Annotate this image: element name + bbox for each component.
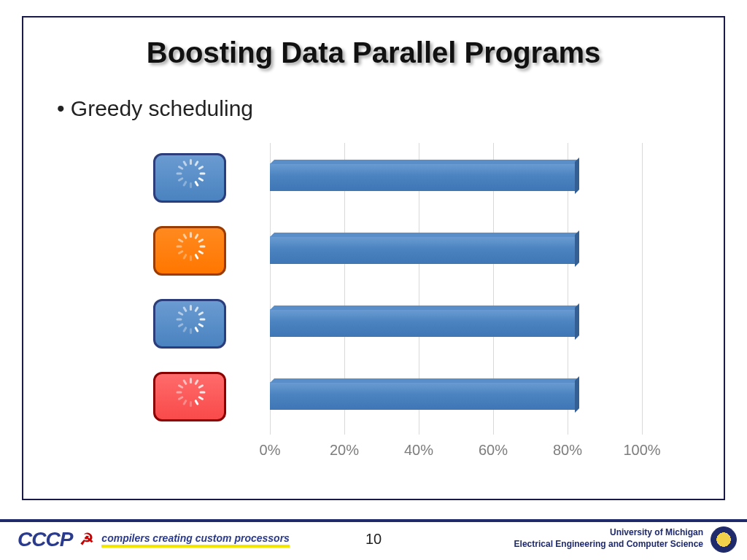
bar [270,382,575,410]
tick-label: 100% [620,442,664,459]
tick-label: 40% [397,442,441,459]
processor-box [153,299,226,349]
affiliation-line1: University of Michigan [514,526,703,538]
affiliation: University of Michigan Electrical Engine… [514,526,703,550]
tick-label: 0% [248,442,292,459]
spinner-icon [179,167,201,189]
gridline [642,143,643,435]
spinner-icon [179,240,201,262]
bar [270,163,575,191]
processor-box [153,153,226,203]
bar [270,309,575,337]
bar [270,236,575,264]
tick-label: 20% [322,442,366,459]
spinner-icon [179,386,201,408]
spinner-icon [179,313,201,335]
tick-label: 80% [546,442,589,459]
processor-box [153,226,226,276]
footer-stripe [0,519,747,522]
bullet-item: Greedy scheduling [57,96,253,121]
processor-box [153,372,226,421]
tick-label: 60% [471,442,515,459]
affiliation-line2: Electrical Engineering and Computer Scie… [514,538,703,550]
footer: CCCP ☭ compilers creating custom process… [0,519,747,560]
slide-title: Boosting Data Parallel Programs [23,36,724,69]
bar-chart: 0%20%40%60%80%100% [270,143,664,456]
university-seal-icon [711,526,737,553]
slide-frame: Boosting Data Parallel Programs Greedy s… [22,16,725,500]
